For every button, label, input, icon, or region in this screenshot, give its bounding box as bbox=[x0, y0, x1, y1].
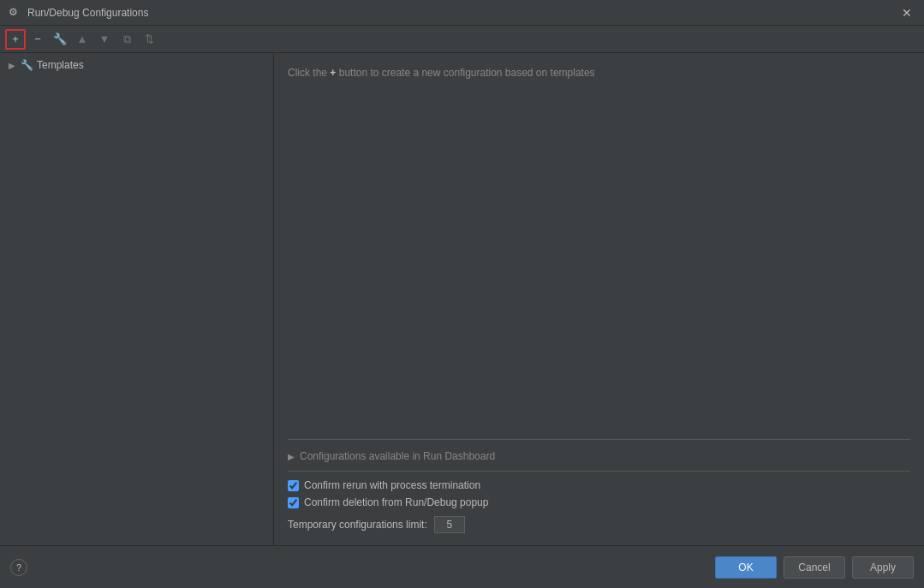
close-button[interactable]: ✕ bbox=[898, 5, 915, 21]
hint-text: Click the + button to create a new confi… bbox=[288, 67, 910, 79]
arrow-up-icon: ▲ bbox=[77, 33, 88, 45]
confirm-deletion-label: Confirm deletion from Run/Debug popup bbox=[304, 496, 488, 508]
sort-icon: ⇅ bbox=[145, 33, 154, 45]
wrench-icon: 🔧 bbox=[53, 33, 67, 45]
window-icon: ⚙ bbox=[9, 6, 22, 20]
add-icon: + bbox=[12, 33, 19, 45]
toolbar: + − 🔧 ▲ ▼ ⧉ ⇅ bbox=[0, 26, 924, 53]
move-up-button[interactable]: ▲ bbox=[72, 29, 92, 50]
hint-prefix: Click the bbox=[288, 67, 327, 79]
add-configuration-button[interactable]: + bbox=[5, 29, 26, 50]
confirm-deletion-row: Confirm deletion from Run/Debug popup bbox=[288, 494, 910, 511]
copy-configuration-button[interactable]: ⧉ bbox=[116, 29, 137, 50]
content-area: Click the + button to create a new confi… bbox=[274, 53, 924, 545]
title-bar-left: ⚙ Run/Debug Configurations bbox=[9, 6, 148, 20]
sidebar: ▶ 🔧 Templates bbox=[0, 53, 274, 545]
sidebar-item-templates[interactable]: ▶ 🔧 Templates bbox=[0, 56, 273, 74]
help-button[interactable]: ? bbox=[10, 559, 27, 576]
configurations-dashboard-label: Configurations available in Run Dashboar… bbox=[300, 450, 495, 462]
remove-configuration-button[interactable]: − bbox=[27, 29, 48, 50]
temp-limit-input[interactable] bbox=[434, 516, 465, 533]
hint-suffix: button to create a new configuration bas… bbox=[339, 67, 595, 79]
temp-limit-label: Temporary configurations limit: bbox=[288, 519, 427, 531]
cancel-button[interactable]: Cancel bbox=[784, 556, 845, 579]
arrow-down-icon: ▼ bbox=[99, 33, 110, 45]
hint-plus-icon: + bbox=[330, 67, 338, 79]
confirm-deletion-checkbox[interactable] bbox=[288, 497, 299, 508]
content-spacer bbox=[288, 86, 910, 439]
confirm-rerun-label: Confirm rerun with process termination bbox=[304, 479, 480, 491]
apply-button[interactable]: Apply bbox=[852, 556, 914, 579]
confirm-rerun-checkbox[interactable] bbox=[288, 480, 299, 491]
footer-right: OK Cancel Apply bbox=[715, 556, 914, 579]
footer: ? OK Cancel Apply bbox=[0, 545, 924, 588]
divider bbox=[288, 471, 910, 472]
copy-icon: ⧉ bbox=[123, 33, 131, 46]
move-down-button[interactable]: ▼ bbox=[94, 29, 115, 50]
footer-left: ? bbox=[10, 559, 27, 576]
sort-configurations-button[interactable]: ⇅ bbox=[139, 29, 159, 50]
confirm-rerun-row: Confirm rerun with process termination bbox=[288, 477, 910, 494]
main-layout: ▶ 🔧 Templates Click the + button to crea… bbox=[0, 53, 924, 545]
temp-limit-row: Temporary configurations limit: bbox=[288, 511, 910, 538]
bottom-section: ▶ Configurations available in Run Dashbo… bbox=[288, 439, 910, 538]
help-icon: ? bbox=[16, 562, 21, 573]
templates-icon: 🔧 bbox=[21, 59, 33, 71]
title-bar: ⚙ Run/Debug Configurations ✕ bbox=[0, 0, 924, 26]
tree-arrow-icon: ▶ bbox=[7, 61, 17, 70]
remove-icon: − bbox=[34, 33, 41, 45]
configurations-dashboard-row[interactable]: ▶ Configurations available in Run Dashbo… bbox=[288, 447, 910, 466]
window-title: Run/Debug Configurations bbox=[27, 7, 148, 19]
ok-button[interactable]: OK bbox=[715, 556, 777, 579]
templates-label: Templates bbox=[37, 59, 84, 71]
collapsible-arrow-icon: ▶ bbox=[288, 452, 295, 461]
edit-configuration-button[interactable]: 🔧 bbox=[50, 29, 70, 50]
